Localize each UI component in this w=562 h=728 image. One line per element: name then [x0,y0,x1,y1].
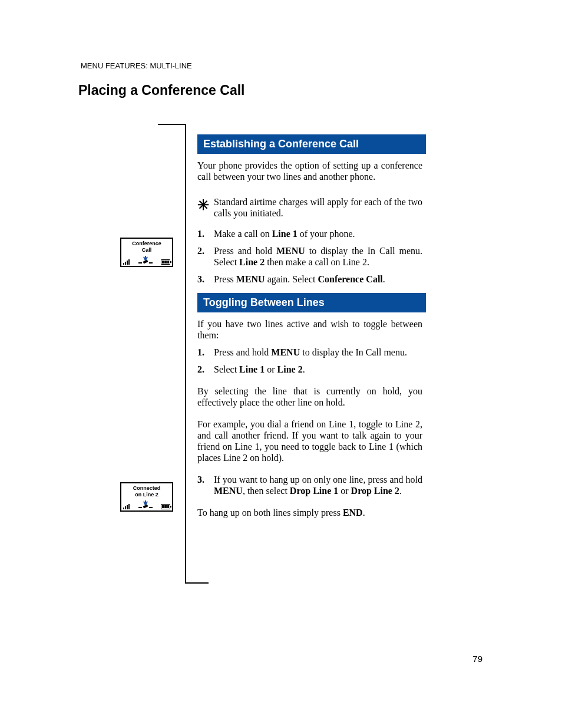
step-1: 1. Make a call on Line 1 of your phone. [197,228,422,239]
rule-top [158,124,186,125]
section-bar-1: Establishing a Conference Call [197,134,426,154]
body-toggle-2: For example, you dial a friend on Line 1… [197,419,422,463]
breadcrumb: MENU FEATURES: MULTI-LINE [81,61,192,70]
battery-icon [161,259,170,265]
battery-icon [161,504,170,509]
step-text: Press MENU again. Select Conference Call… [214,274,422,285]
step-num: 3. [197,274,214,285]
step-3: 3. Press MENU again. Select Conference C… [197,274,422,285]
tip-text: Standard airtime charges will apply for … [214,196,422,219]
connection-icon [138,502,153,509]
screen-box: Conference Call [120,238,173,267]
step-2b: 2. Select Line 1 or Line 2. [197,364,422,375]
signal-icon [123,259,130,265]
step-text: Select Line 1 or Line 2. [214,364,422,375]
step-num: 2. [197,364,214,375]
page-number: 79 [472,654,482,664]
step-text: Press and hold MENU to display the In Ca… [214,245,422,268]
content: Establishing a Conference Call Your phon… [197,126,427,518]
step-1b: 1. Press and hold MENU to display the In… [197,347,422,358]
step-text: If you want to hang up on only one line,… [214,474,422,496]
step-num: 1. [197,228,214,239]
step-3b: 3. If you want to hang up on only one li… [197,474,422,496]
phone-screen-line2: Connected on Line 2 [120,482,173,512]
intro-1: Your phone provides the option of settin… [197,160,422,182]
screen-statusbar [123,501,170,509]
signal-icon [123,504,130,509]
screen-line-2: on Line 2 [121,492,172,498]
page-title: Placing a Conference Call [78,83,244,98]
screen-box: Connected on Line 2 [120,482,173,512]
step-num: 3. [197,474,214,496]
screen-line-2: Call [121,247,172,253]
step-num: 2. [197,245,214,268]
intro-2: If you have two lines active and wish to… [197,318,422,341]
rule-vertical [185,124,186,584]
section-bar-2: Toggling Between Lines [197,293,426,312]
body-end: To hang up on both lines simply press EN… [197,507,422,518]
screen-statusbar [123,256,170,265]
step-num: 1. [197,347,214,358]
connection-icon [138,258,153,265]
screen-line-1: Conference [121,241,172,246]
tip-icon: ✳ [197,196,214,219]
step-2: 2. Press and hold MENU to display the In… [197,245,422,268]
tip: ✳ Standard airtime charges will apply fo… [197,196,422,219]
phone-screen-conference: Conference Call [120,238,173,267]
body-toggle-1: By selecting the line that is currently … [197,386,422,408]
rule-bottom [185,582,209,584]
step-text: Press and hold MENU to display the In Ca… [214,347,422,358]
page: MENU FEATURES: MULTI-LINE Placing a Conf… [0,0,562,728]
screen-line-1: Connected [121,485,172,491]
step-text: Make a call on Line 1 of your phone. [214,228,422,239]
